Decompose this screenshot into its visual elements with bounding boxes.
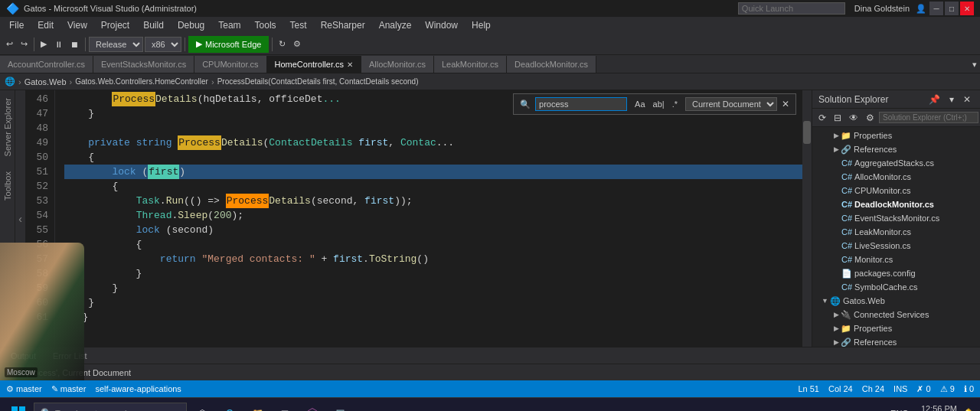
find-match-case[interactable]: Aa	[632, 98, 648, 110]
tab-homecontroller-close[interactable]: ✕	[347, 60, 353, 69]
configuration-select[interactable]: Release	[89, 37, 143, 52]
title-bar-left: 🔷 Gatos - Microsoft Visual Studio (Admin…	[6, 2, 197, 15]
tree-item-eventstacksmonitor[interactable]: C# EventStacksMonitor.cs	[812, 211, 980, 225]
toolbar-settings-button[interactable]: ⚙	[290, 36, 304, 53]
tree-item-symbolcache[interactable]: C# SymbolCache.cs	[812, 280, 980, 294]
tree-item-gatosweb[interactable]: ▼ 🌐 Gatos.Web	[812, 294, 980, 308]
cs-icon-deadlockmonitor: C#	[841, 200, 852, 209]
pause-button[interactable]: ⏸	[51, 36, 66, 53]
start-button[interactable]	[6, 401, 31, 412]
solution-collapse-all-button[interactable]: ⊟	[831, 111, 844, 125]
status-line: Ln 51	[798, 384, 819, 393]
tab-allocmonitor[interactable]: AllocMonitor.cs	[361, 56, 434, 73]
run-browser-button[interactable]: ▶ Microsoft Edge	[188, 36, 269, 53]
menu-project[interactable]: Project	[95, 18, 136, 32]
tree-item-monitor[interactable]: C# Monitor.cs	[812, 253, 980, 266]
menu-resharper[interactable]: ReSharper	[315, 18, 371, 32]
solution-search-input[interactable]	[879, 112, 978, 123]
solution-close-button[interactable]: ✕	[960, 93, 974, 106]
menu-view[interactable]: View	[61, 18, 93, 32]
breadcrumb-project-label[interactable]: Gatos.Web	[24, 77, 67, 86]
stop-button[interactable]: ⏹	[67, 36, 82, 53]
tab-eventstacksmonitor[interactable]: EventStacksMonitor.cs	[93, 56, 194, 73]
menu-debug[interactable]: Debug	[172, 18, 211, 32]
tree-item-properties-2[interactable]: ▶ 📁 Properties	[812, 321, 980, 335]
taskbar-explorer[interactable]: 📁	[245, 401, 270, 412]
toolbox-label[interactable]: Toolbox	[3, 171, 12, 201]
line-num-52: 52	[26, 179, 48, 194]
tree-item-livesession[interactable]: C# LiveSession.cs	[812, 239, 980, 253]
tree-item-aggregatedstacks[interactable]: C# AggregatedStacks.cs	[812, 156, 980, 170]
tab-homecontroller[interactable]: HomeController.cs ✕	[267, 56, 361, 73]
breadcrumb-namespace[interactable]: Gatos.Web.Controllers.HomeController	[75, 77, 208, 86]
redo-button[interactable]: ↪	[18, 36, 31, 53]
start-debug-button[interactable]: ▶	[38, 36, 50, 53]
breadcrumb-sep1: ›	[18, 77, 21, 86]
taskbar-mail[interactable]: ✉	[273, 401, 297, 412]
menu-window[interactable]: Window	[419, 18, 464, 32]
menu-build[interactable]: Build	[137, 18, 170, 32]
breadcrumb-project[interactable]: 🌐	[5, 77, 15, 86]
toolbar-refresh-button[interactable]: ↻	[276, 36, 289, 53]
solution-sync-button[interactable]: ⟳	[815, 111, 829, 125]
taskbar-other[interactable]: 💻	[328, 401, 352, 412]
solution-dropdown-button[interactable]: ▾	[946, 93, 957, 106]
solution-filter-button[interactable]: ⚙	[863, 111, 877, 125]
menu-test[interactable]: Test	[284, 18, 313, 32]
tree-item-leakmonitor[interactable]: C# LeakMonitor.cs	[812, 225, 980, 239]
menu-file[interactable]: File	[3, 18, 30, 32]
tree-item-cpumonitor[interactable]: C# CPUMonitor.cs	[812, 184, 980, 197]
find-regex[interactable]: .*	[669, 98, 681, 110]
restore-button[interactable]: □	[945, 2, 959, 15]
taskbar-vs[interactable]: ⬡	[300, 401, 325, 412]
vertical-scrollbar[interactable]	[802, 90, 812, 347]
tab-cpumonitor[interactable]: CPUMonitor.cs	[194, 56, 266, 73]
tab-scroll-right[interactable]: ▾	[969, 56, 980, 73]
minimize-button[interactable]: ─	[929, 2, 943, 15]
menu-edit[interactable]: Edit	[31, 18, 60, 32]
tab-deadlockmonitor[interactable]: DeadlockMonitor.cs	[507, 56, 596, 73]
menu-tools[interactable]: Tools	[249, 18, 283, 32]
tab-accountcontroller[interactable]: AccountController.cs	[0, 56, 93, 73]
tab-output[interactable]: Output	[6, 350, 41, 362]
tree-item-packages[interactable]: 📄 packages.config	[812, 266, 980, 280]
find-input[interactable]	[535, 97, 627, 111]
toolbar-separator-4	[272, 38, 273, 51]
status-warnings: ⚠ 9	[940, 384, 955, 394]
menu-help[interactable]: Help	[466, 18, 497, 32]
solution-show-all-button[interactable]: 👁	[846, 111, 861, 125]
tab-leakmonitor[interactable]: LeakMonitor.cs	[434, 56, 507, 73]
taskbar-taskview[interactable]: ⬡	[190, 401, 214, 412]
find-close-button[interactable]: ✕	[782, 99, 789, 109]
tree-item-properties-1[interactable]: ▶ 📁 Properties	[812, 129, 980, 142]
find-scope-select[interactable]: Current Document	[685, 97, 777, 111]
menu-analyze[interactable]: Analyze	[373, 18, 418, 32]
collapse-panel-button[interactable]: ‹	[15, 90, 26, 347]
quick-launch-input[interactable]	[738, 2, 845, 15]
taskbar-search-box[interactable]: 🔍 Type here to search	[34, 403, 187, 412]
undo-button[interactable]: ↩	[3, 36, 16, 53]
platform-select[interactable]: x86	[145, 37, 181, 52]
breadcrumb-method[interactable]: ProcessDetails(ContactDetails first, Con…	[217, 77, 419, 86]
find-whole-word[interactable]: ab|	[650, 98, 668, 110]
code-line-50: {	[64, 150, 802, 165]
taskbar-notification[interactable]: 🔔	[963, 408, 974, 411]
code-lines[interactable]: ProcessDetails(hqDetails, officeDet... }…	[55, 90, 802, 347]
line-num-59: 59	[26, 281, 48, 295]
menu-team[interactable]: Team	[212, 18, 247, 32]
tree-label-references-1: References	[854, 145, 897, 154]
taskbar-edge[interactable]: e	[217, 401, 242, 412]
tree-item-references-2[interactable]: ▶ 🔗 References	[812, 335, 980, 347]
code-editor[interactable]: 🔍 Aa ab| .* Current Document ✕ 46 47 48 …	[26, 90, 812, 347]
ref-icon-references-1: 🔗	[841, 145, 851, 155]
status-col: Col 24	[828, 384, 853, 393]
tree-item-deadlockmonitor[interactable]: C# DeadlockMonitor.cs	[812, 197, 980, 211]
close-button[interactable]: ✕	[960, 2, 974, 15]
find-icons: Aa ab| .*	[632, 98, 681, 110]
tree-item-references-1[interactable]: ▶ 🔗 References	[812, 142, 980, 156]
tree-item-connectedservices[interactable]: ▶ 🔌 Connected Services	[812, 308, 980, 321]
server-explorer-label[interactable]: Server Explorer	[3, 98, 12, 156]
solution-pin-button[interactable]: 📌	[926, 93, 943, 106]
tree-item-allocmonitor[interactable]: C# AllocMonitor.cs	[812, 170, 980, 184]
tab-errorlist[interactable]: Error List	[48, 350, 92, 362]
